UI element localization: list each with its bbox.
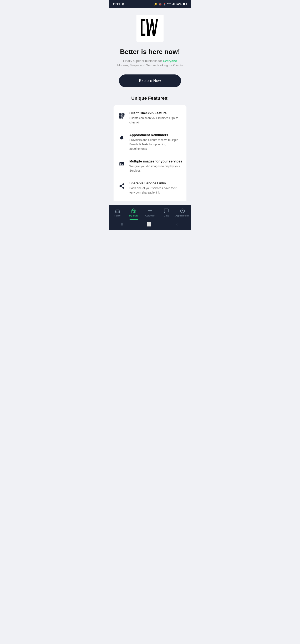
feature-reminders-text: Appointment Reminders Providers and Clie…: [129, 133, 182, 151]
nav-chat[interactable]: Chat: [158, 207, 174, 218]
subtitle-highlight: Everyone: [163, 59, 177, 62]
signal-icon: [172, 3, 175, 6]
feature-checkin: Client Check-in Feature Clients can scan…: [114, 107, 186, 129]
nav-home[interactable]: Home: [109, 207, 126, 218]
svg-point-35: [151, 211, 151, 212]
feature-reminders: Appointment Reminders Providers and Clie…: [114, 129, 186, 155]
share-icon: [118, 182, 126, 190]
svg-rect-9: [152, 26, 153, 30]
features-card: Client Check-in Feature Clients can scan…: [114, 105, 186, 201]
svg-point-0: [169, 4, 169, 5]
time-display: 11:27: [113, 2, 120, 6]
svg-rect-6: [187, 4, 187, 4]
mute-icon: 🔇: [159, 3, 162, 6]
hero-subtitle-line2: Modern, Simple and Secure booking for Cl…: [117, 64, 183, 67]
nav-mystore[interactable]: My Store: [126, 207, 142, 218]
explore-now-button[interactable]: Explore Now: [119, 74, 181, 87]
bell-icon: [118, 134, 126, 142]
svg-rect-29: [148, 209, 152, 213]
battery-display: 57%: [176, 3, 181, 6]
feature-reminders-desc: Providers and Clients receive multiple E…: [129, 138, 182, 151]
svg-rect-7: [183, 3, 185, 4]
svg-rect-17: [123, 116, 124, 117]
nav-appointments[interactable]: Appointments: [174, 207, 191, 218]
svg-rect-18: [122, 118, 123, 118]
bottom-navigation: Home My Store Calendar Chat: [109, 205, 191, 220]
subtitle-part1: Finally superior business for: [123, 59, 163, 62]
nav-calendar-label: Calendar: [145, 214, 155, 217]
svg-rect-8: [142, 25, 145, 30]
feature-checkin-text: Client Check-in Feature Clients can scan…: [129, 111, 182, 125]
svg-point-22: [120, 163, 121, 164]
svg-rect-28: [133, 211, 135, 213]
feature-checkin-desc: Clients can scan your Business QR to che…: [129, 116, 182, 125]
svg-rect-20: [122, 118, 123, 119]
svg-rect-15: [120, 117, 121, 118]
svg-line-26: [121, 186, 123, 187]
android-home-btn[interactable]: ⬜: [147, 222, 151, 227]
feature-images: Multiple images for your services We giv…: [114, 155, 186, 177]
svg-rect-3: [173, 3, 174, 5]
photo-icon: 🖼: [121, 3, 124, 6]
svg-point-34: [150, 211, 150, 212]
image-icon: [118, 160, 126, 168]
android-recent-btn[interactable]: ⦀: [121, 222, 123, 226]
svg-rect-4: [174, 3, 175, 5]
hero-title: Better is here now!: [120, 48, 180, 56]
battery-icon: [183, 3, 187, 6]
feature-share-text: Sharable Service Links Each one of your …: [129, 182, 182, 195]
qr-code-icon: [118, 112, 126, 120]
feature-share-title: Sharable Service Links: [129, 182, 182, 185]
svg-rect-1: [172, 4, 172, 5]
key-icon: 🔑: [154, 3, 157, 6]
feature-images-title: Multiple images for your services: [129, 160, 182, 163]
features-heading: Unique Features:: [131, 96, 169, 101]
svg-rect-13: [123, 114, 124, 115]
svg-rect-11: [120, 114, 121, 115]
svg-rect-19: [124, 118, 124, 118]
nav-mystore-label: My Store: [129, 214, 138, 217]
wifi-icon: [167, 3, 171, 6]
feature-images-text: Multiple images for your services We giv…: [129, 160, 182, 173]
app-logo: [136, 14, 164, 42]
feature-share: Sharable Service Links Each one of your …: [114, 177, 186, 199]
status-bar: 11:27 🖼 🔑 🔇 📍 57%: [109, 0, 191, 8]
feature-images-desc: We give you 4-5 images to display your S…: [129, 164, 182, 173]
nav-calendar[interactable]: Calendar: [142, 207, 158, 218]
android-navigation-bar: ⦀ ⬜ ﹤: [109, 220, 191, 230]
main-content: Better is here now! Finally superior bus…: [109, 8, 191, 205]
feature-share-desc: Each one of your services have their ver…: [129, 186, 182, 195]
feature-reminders-title: Appointment Reminders: [129, 133, 182, 137]
feature-checkin-title: Client Check-in Feature: [129, 111, 182, 115]
hero-subtitle: Finally superior business for Everyone: [123, 58, 177, 64]
svg-line-27: [121, 184, 123, 186]
svg-rect-2: [173, 4, 173, 5]
svg-rect-16: [122, 116, 123, 117]
nav-chat-label: Chat: [164, 214, 169, 217]
svg-point-33: [149, 211, 149, 212]
nav-home-label: Home: [114, 214, 120, 217]
android-back-btn[interactable]: ﹤: [175, 222, 179, 227]
location-icon: 📍: [163, 3, 166, 6]
logo-text: [140, 18, 160, 38]
nav-appointments-label: Appointments: [175, 214, 189, 217]
